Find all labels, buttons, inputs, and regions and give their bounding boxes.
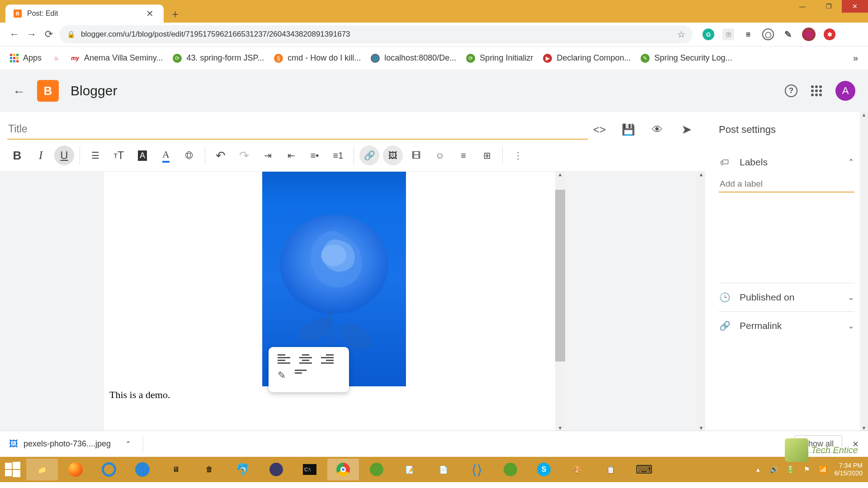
tray-battery-icon[interactable]: 🔋 [786, 465, 796, 474]
permalink-section[interactable]: 🔗 Permalink ⌄ [719, 312, 854, 340]
taskbar-spring2-icon[interactable] [495, 459, 526, 480]
font-size-button[interactable]: тT [109, 145, 129, 165]
extension-generic-icon[interactable]: ⦿ [722, 28, 734, 40]
nav-reload-icon[interactable]: ⟳ [42, 28, 55, 41]
align-left-icon[interactable] [278, 354, 290, 364]
tray-network-icon[interactable]: 📶 [818, 465, 828, 474]
text-color-button[interactable]: A [156, 145, 176, 165]
editor-page[interactable]: This is a demo. ✎ ▲ [104, 172, 565, 431]
nav-forward-icon[interactable]: → [25, 28, 38, 41]
help-icon[interactable]: ? [785, 84, 797, 97]
indent-button[interactable]: ⇥ [258, 145, 278, 165]
taskbar-doc-icon[interactable]: 📋 [595, 459, 627, 480]
profile-avatar-icon[interactable] [802, 28, 816, 41]
taskbar-notepadpp-icon[interactable]: 📄 [428, 459, 459, 480]
tray-flag-icon[interactable]: ⚑ [802, 465, 812, 474]
tray-volume-icon[interactable]: 🔊 [769, 465, 779, 474]
post-title-input[interactable] [7, 119, 588, 140]
bookmark-item[interactable]: ♨ [52, 54, 61, 63]
taskbar-firefox-icon[interactable] [60, 459, 91, 480]
taskbar-explorer-icon[interactable]: 📁 [26, 459, 58, 480]
taskbar-thunderbird-icon[interactable] [127, 459, 158, 480]
back-arrow-icon[interactable]: ← [13, 84, 25, 97]
bookmark-item[interactable]: ✎Spring Security Log... [641, 53, 732, 63]
caption-icon[interactable] [295, 370, 307, 380]
taskbar-notes-icon[interactable]: 📝 [394, 459, 426, 480]
link-button[interactable]: 🔗 [359, 145, 379, 165]
system-clock[interactable]: 7:34 PM 6/15/2020 [835, 462, 863, 477]
taskbar-mysql-icon[interactable]: 🐬 [227, 459, 259, 480]
window-minimize-button[interactable]: — [789, 0, 816, 13]
extension-red-icon[interactable]: ✱ [824, 28, 835, 40]
save-icon[interactable]: 💾 [622, 123, 635, 136]
new-tab-button[interactable]: + [172, 7, 179, 21]
download-item[interactable]: 🖼 pexels-photo-736....jpeg ⌃ [9, 439, 131, 449]
extension-shield-icon[interactable]: ⛨ [742, 28, 754, 40]
image-button[interactable]: 🖼 [383, 145, 403, 165]
google-apps-icon[interactable] [811, 85, 822, 96]
eyedropper-icon[interactable]: ✎ [782, 28, 794, 40]
editor-canvas[interactable]: This is a demo. ✎ ▲ [0, 171, 705, 431]
paragraph-style-button[interactable]: ☰ [85, 145, 105, 165]
taskbar-spring-icon[interactable] [361, 459, 392, 480]
extension-circle-icon[interactable]: ◯ [762, 28, 774, 40]
bookmark-item[interactable]: ▶Declaring Compon... [543, 53, 631, 63]
window-close-button[interactable]: ✕ [842, 0, 868, 13]
underline-button[interactable]: U [54, 145, 74, 165]
apps-launcher[interactable]: Apps [10, 53, 42, 63]
chevron-up-icon[interactable]: ⌃ [125, 440, 131, 448]
bookmark-item[interactable]: 🌐localhost:8080/De... [371, 53, 456, 63]
browser-tab[interactable]: B Post: Edit ✕ [5, 5, 164, 23]
editor-outer-scrollbar[interactable]: ▲ ▼ [697, 172, 705, 431]
bookmarks-overflow-icon[interactable]: » [853, 53, 858, 63]
nav-back-icon[interactable]: ← [8, 28, 21, 41]
start-button[interactable] [0, 457, 25, 482]
taskbar-terminal-icon[interactable]: C:\ [294, 459, 326, 480]
bullet-list-button[interactable]: ≡• [305, 145, 325, 165]
bookmark-item[interactable]: §cmd - How do I kill... [274, 53, 361, 63]
taskbar-eclipse-icon[interactable] [260, 459, 292, 480]
font-family-button[interactable]: A [132, 145, 152, 165]
side-panel-scrollbar[interactable]: ▲ ▼ [860, 112, 868, 431]
taskbar-keyboard-icon[interactable]: ⌨ [628, 459, 660, 480]
bookmark-item[interactable]: ⟳43. spring-form JSP... [173, 53, 264, 63]
align-center-icon[interactable] [299, 354, 312, 364]
bookmark-item[interactable]: ⟳Spring Initializr [466, 53, 533, 63]
published-section[interactable]: 🕒 Published on ⌄ [719, 283, 854, 311]
emoji-button[interactable]: ☺ [430, 145, 450, 165]
taskbar-ie-icon[interactable] [93, 459, 125, 480]
tab-close-icon[interactable]: ✕ [144, 8, 156, 19]
taskbar-skype-icon[interactable]: S [528, 459, 560, 480]
extension-grammarly-icon[interactable]: G [703, 28, 714, 40]
align-right-icon[interactable] [321, 354, 334, 364]
close-downloads-icon[interactable]: ✕ [852, 439, 859, 449]
publish-icon[interactable]: ➤ [680, 123, 693, 136]
number-list-button[interactable]: ≡1 [328, 145, 348, 165]
taskbar-chrome-icon[interactable] [327, 459, 359, 480]
labels-section[interactable]: 🏷 Labels ⌃ [719, 148, 854, 176]
more-options-icon[interactable]: ⋮ [508, 145, 528, 165]
url-field[interactable]: 🔒 blogger.com/u/1/blog/post/edit/7195175… [60, 25, 693, 43]
edit-image-icon[interactable]: ✎ [278, 370, 286, 381]
add-label-input[interactable] [719, 176, 854, 192]
table-button[interactable]: ⊞ [477, 145, 497, 165]
undo-button[interactable]: ↶ [211, 145, 231, 165]
bold-button[interactable]: B [7, 145, 27, 165]
highlight-button[interactable]: 🟗 [179, 145, 199, 165]
italic-button[interactable]: I [31, 145, 51, 165]
taskbar-paint-icon[interactable]: 🎨 [561, 459, 593, 480]
editor-body-text[interactable]: This is a demo. [109, 389, 170, 401]
taskbar-bin-icon[interactable]: 🗑 [193, 459, 225, 480]
tray-expand-icon[interactable]: ▴ [753, 465, 763, 474]
account-avatar[interactable]: A [835, 81, 855, 101]
bookmark-star-icon[interactable]: ☆ [677, 29, 685, 40]
html-view-icon[interactable]: <> [593, 123, 606, 136]
video-button[interactable]: 🎞 [406, 145, 426, 165]
bookmark-item[interactable]: myAnema Villa Seminy... [71, 53, 163, 63]
redo-button[interactable]: ↷ [234, 145, 254, 165]
preview-icon[interactable]: 👁 [651, 123, 664, 136]
taskbar-vscode-icon[interactable]: ⟨⟩ [461, 459, 493, 480]
align-button[interactable]: ≡ [453, 145, 473, 165]
window-maximize-button[interactable]: ❐ [816, 0, 842, 13]
outdent-button[interactable]: ⇤ [281, 145, 301, 165]
